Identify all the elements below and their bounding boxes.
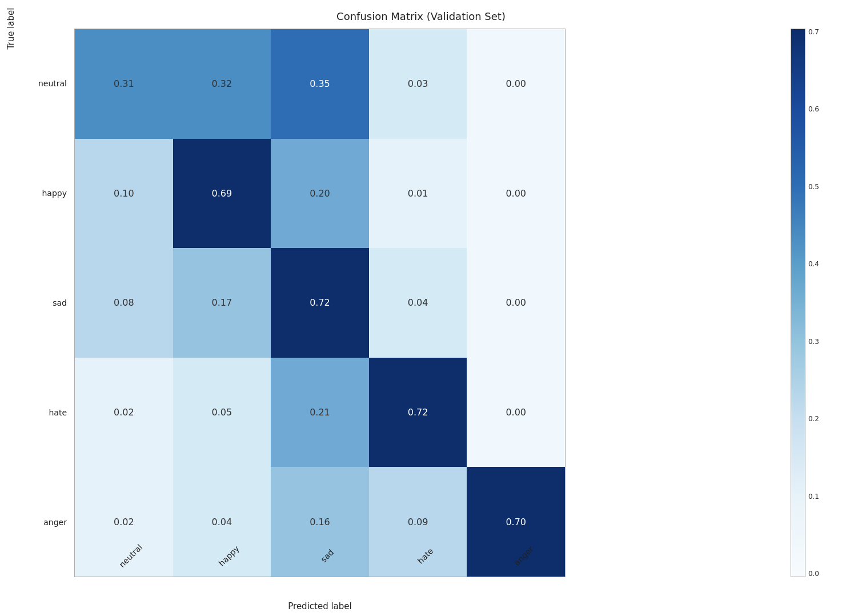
cell-0-4: 0.00 xyxy=(467,29,565,139)
cell-value-0-0: 0.31 xyxy=(114,78,134,89)
colorbar-gradient xyxy=(791,29,805,577)
cell-1-1: 0.69 xyxy=(173,139,271,249)
colorbar: 0.70.60.50.40.30.20.10.0 xyxy=(791,29,819,577)
cell-0-1: 0.32 xyxy=(173,29,271,139)
cell-value-1-0: 0.10 xyxy=(114,188,134,199)
cell-1-3: 0.01 xyxy=(369,139,467,249)
colorbar-tick-3: 0.4 xyxy=(808,261,819,267)
row-label-anger: anger xyxy=(34,467,71,577)
cell-value-3-2: 0.21 xyxy=(310,407,330,418)
x-axis-label: Predicted label xyxy=(74,601,566,611)
confusion-matrix: 0.310.320.350.030.000.100.690.200.010.00… xyxy=(74,29,566,577)
cell-value-2-1: 0.17 xyxy=(212,297,232,308)
cell-1-2: 0.20 xyxy=(271,139,369,249)
row-label-sad: sad xyxy=(34,248,71,358)
cell-3-1: 0.05 xyxy=(173,358,271,467)
y-axis-label: True label xyxy=(6,0,16,303)
cell-value-4-0: 0.02 xyxy=(114,517,134,527)
cell-value-1-4: 0.00 xyxy=(506,188,526,199)
cell-value-3-4: 0.00 xyxy=(506,407,526,418)
cell-value-3-0: 0.02 xyxy=(114,407,134,418)
cell-2-3: 0.04 xyxy=(369,248,467,358)
cell-value-2-0: 0.08 xyxy=(114,297,134,308)
cell-value-4-4: 0.70 xyxy=(506,517,526,527)
cell-3-3: 0.72 xyxy=(369,358,467,467)
cell-value-2-3: 0.04 xyxy=(408,297,428,308)
cell-1-4: 0.00 xyxy=(467,139,565,249)
colorbar-tick-6: 0.1 xyxy=(808,493,819,500)
cell-value-2-4: 0.00 xyxy=(506,297,526,308)
cell-0-2: 0.35 xyxy=(271,29,369,139)
cell-1-0: 0.10 xyxy=(75,139,173,249)
cell-value-1-3: 0.01 xyxy=(408,188,428,199)
cell-0-0: 0.31 xyxy=(75,29,173,139)
colorbar-tick-2: 0.5 xyxy=(808,183,819,190)
cell-3-2: 0.21 xyxy=(271,358,369,467)
cell-value-4-1: 0.04 xyxy=(212,517,232,527)
cell-value-0-4: 0.00 xyxy=(506,78,526,89)
colorbar-tick-5: 0.2 xyxy=(808,415,819,422)
row-label-happy: happy xyxy=(34,138,71,248)
cell-value-4-2: 0.16 xyxy=(310,517,330,527)
row-labels: neutralhappysadhateanger xyxy=(34,29,71,577)
col-labels: neutralhappysadhateanger xyxy=(74,549,566,594)
cell-value-3-3: 0.72 xyxy=(408,407,428,418)
cell-value-0-1: 0.32 xyxy=(212,78,232,89)
cell-2-2: 0.72 xyxy=(271,248,369,358)
colorbar-tick-7: 0.0 xyxy=(808,570,819,577)
chart-title: Confusion Matrix (Validation Set) xyxy=(0,10,842,22)
row-label-neutral: neutral xyxy=(34,29,71,138)
cell-value-0-3: 0.03 xyxy=(408,78,428,89)
row-label-hate: hate xyxy=(34,358,71,467)
colorbar-ticks: 0.70.60.50.40.30.20.10.0 xyxy=(805,29,819,577)
cell-value-4-3: 0.09 xyxy=(408,517,428,527)
colorbar-tick-0: 0.7 xyxy=(808,29,819,35)
cell-2-0: 0.08 xyxy=(75,248,173,358)
cell-value-1-1: 0.69 xyxy=(212,188,232,199)
cell-0-3: 0.03 xyxy=(369,29,467,139)
cell-value-0-2: 0.35 xyxy=(310,78,330,89)
colorbar-tick-1: 0.6 xyxy=(808,106,819,113)
cell-value-1-2: 0.20 xyxy=(310,188,330,199)
cell-2-4: 0.00 xyxy=(467,248,565,358)
colorbar-tick-4: 0.3 xyxy=(808,338,819,345)
cell-value-3-1: 0.05 xyxy=(212,407,232,418)
cell-2-1: 0.17 xyxy=(173,248,271,358)
cell-3-0: 0.02 xyxy=(75,358,173,467)
cell-value-2-2: 0.72 xyxy=(310,297,330,308)
cell-3-4: 0.00 xyxy=(467,358,565,467)
figure: Confusion Matrix (Validation Set) True l… xyxy=(0,0,842,616)
